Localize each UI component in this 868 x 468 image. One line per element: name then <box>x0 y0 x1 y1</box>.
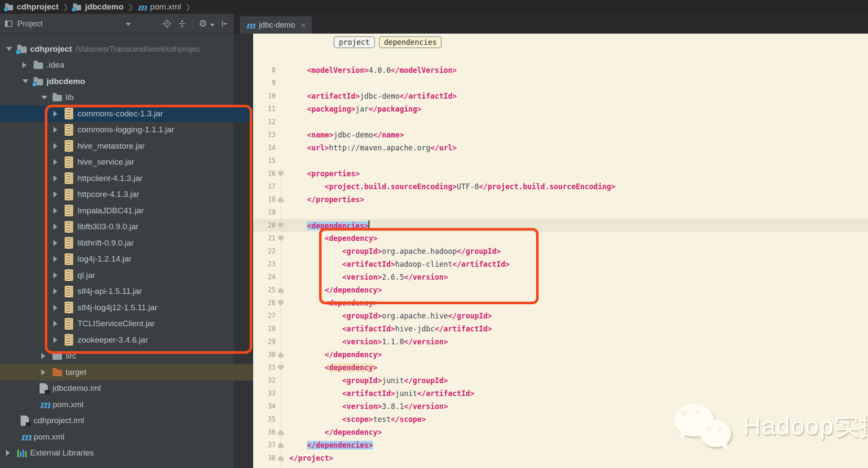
watermark-text: Hadoop实操 <box>743 410 868 443</box>
hide-panel-icon[interactable] <box>220 19 229 28</box>
tree-row[interactable]: jdbcdemo <box>0 73 253 90</box>
tree-row[interactable]: mpom.xml <box>0 429 253 445</box>
project-panel-header: Project ⚙ <box>0 14 234 34</box>
tree-item-label: cdhproject.iml <box>34 416 84 425</box>
code-text: <scope>test</scope> <box>286 415 426 424</box>
fold-marker[interactable] <box>276 236 286 241</box>
breadcrumb-item-jdbcdemo[interactable]: jdbcdemo <box>72 2 124 12</box>
breadcrumb-label: jdbcdemo <box>85 2 124 12</box>
tree-item-text: cdhproject/Volumes/Transcend/work/cdhpro… <box>30 44 234 54</box>
fold-marker[interactable] <box>276 287 286 293</box>
code-text: <url>http://maven.apache.org</url> <box>286 144 457 152</box>
line-number: 28 <box>253 325 276 333</box>
close-icon[interactable]: × <box>301 21 306 29</box>
project-tool-window-icon <box>4 19 13 28</box>
module-file-icon: _ <box>40 383 48 393</box>
xml-tag-chip-dependencies[interactable]: dependencies <box>379 36 442 48</box>
tree-row[interactable]: cdhproject/Volumes/Transcend/work/cdhpro… <box>0 41 253 57</box>
collapse-all-icon[interactable] <box>177 19 187 28</box>
chevron-down-icon[interactable] <box>126 23 131 26</box>
folder-icon <box>53 95 62 101</box>
chevron-down-icon <box>6 47 12 51</box>
chevron-down-icon[interactable] <box>210 24 214 26</box>
tree-expand-arrow[interactable] <box>4 47 17 51</box>
code-line[interactable]: 19 <box>253 206 868 219</box>
line-number: 20 <box>253 222 276 229</box>
code-line[interactable]: 11 <packaging>jar</packaging> <box>253 103 868 115</box>
line-number: 34 <box>253 402 276 410</box>
code-line[interactable]: 27 <groupId>org.apache.hive</groupId> <box>253 309 868 322</box>
tree-row[interactable]: _cdhproject.iml <box>0 413 253 429</box>
breadcrumb-item-cdhproject[interactable]: cdhproject <box>4 2 59 12</box>
fold-marker[interactable] <box>276 223 286 228</box>
code-line[interactable]: 28 <artifactId>hive-jdbc</artifactId> <box>253 322 868 335</box>
tree-item-text: pom.xml <box>53 400 234 409</box>
code-line[interactable]: 31 <dependency> <box>253 361 868 374</box>
fold-marker[interactable] <box>276 443 286 448</box>
tree-row[interactable]: _jdbcdemo.iml <box>0 381 253 397</box>
fold-marker[interactable] <box>276 197 286 203</box>
tree-item-label: target <box>65 368 87 377</box>
code-line[interactable]: 14 <url>http://maven.apache.org</url> <box>253 141 868 154</box>
chevron-down-icon <box>41 96 47 100</box>
code-text: <groupId>junit</groupId> <box>286 376 448 385</box>
tree-item-label: lib <box>65 93 74 102</box>
locate-icon[interactable] <box>162 19 172 28</box>
tree-row[interactable]: mpom.xml <box>0 396 253 413</box>
code-line[interactable]: 15 <box>253 154 868 167</box>
fold-close-icon <box>278 352 284 358</box>
tree-expand-arrow[interactable] <box>21 62 34 68</box>
tree-row[interactable]: target <box>0 364 253 381</box>
line-number: 30 <box>253 351 276 359</box>
chevron-separator-icon: ❯ <box>62 3 68 12</box>
code-line[interactable]: 8 <modelVersion>4.0.0</modelVersion> <box>253 64 868 77</box>
folder-icon <box>53 353 62 360</box>
code-line[interactable]: 30 </dependency> <box>253 348 868 361</box>
tree-item-label: jdbcdemo <box>46 77 85 86</box>
code-text: </dependencies> <box>286 441 373 449</box>
code-line[interactable]: 39 <box>253 465 868 468</box>
code-line[interactable]: 18 </properties> <box>253 193 868 206</box>
line-number: 16 <box>253 170 276 178</box>
fold-close-icon <box>278 456 284 461</box>
folder-icon <box>34 62 43 69</box>
tree-expand-arrow[interactable] <box>40 353 53 359</box>
tree-expand-arrow[interactable] <box>40 369 53 375</box>
tree-item-text: lib <box>65 93 234 102</box>
code-line[interactable]: 29 <version>1.1.0</version> <box>253 335 868 348</box>
tree-expand-arrow[interactable] <box>4 450 17 456</box>
fold-open-icon <box>278 236 284 241</box>
tree-item-icon <box>53 94 65 101</box>
code-line[interactable]: 10 <artifactId>jdbc-demo</artifactId> <box>253 90 868 103</box>
fold-marker[interactable] <box>276 352 286 358</box>
tree-row[interactable]: External Libraries <box>0 445 253 462</box>
line-number: 21 <box>253 234 276 242</box>
tree-expand-arrow[interactable] <box>21 79 34 83</box>
tree-item-icon <box>17 449 30 457</box>
xml-tag-chip-project[interactable]: project <box>334 36 375 48</box>
fold-marker[interactable] <box>276 300 286 306</box>
code-line[interactable]: 13 <name>jdbc-demo</name> <box>253 128 868 141</box>
tree-item-icon: m <box>40 399 53 410</box>
fold-marker[interactable] <box>276 430 286 435</box>
line-number: 32 <box>253 377 276 384</box>
code-line[interactable]: 32 <groupId>junit</groupId> <box>253 374 868 387</box>
fold-marker[interactable] <box>276 171 286 177</box>
code-line[interactable]: 17 <project.build.sourceEncoding>UTF-8</… <box>253 180 868 193</box>
code-line[interactable]: 9 <box>253 77 868 90</box>
tree-expand-arrow[interactable] <box>40 96 53 100</box>
code-line[interactable]: 16 <properties> <box>253 167 868 180</box>
tab-jdbc-demo[interactable]: m jdbc-demo × <box>240 16 312 34</box>
tree-row[interactable]: .idea <box>0 57 253 74</box>
breadcrumb-item-pom-xml[interactable]: mpom.xml <box>137 2 181 12</box>
folder-icon <box>34 79 43 85</box>
settings-gear-icon[interactable]: ⚙ <box>198 19 207 28</box>
code-line[interactable]: 38</project> <box>253 452 868 465</box>
code-line[interactable]: 33 <artifactId>junit</artifactId> <box>253 387 868 400</box>
fold-marker[interactable] <box>276 365 286 371</box>
line-number: 24 <box>253 273 276 281</box>
project-panel-title[interactable]: Project <box>17 19 43 28</box>
fold-marker[interactable] <box>276 456 286 461</box>
tree-row[interactable]: lib <box>0 90 253 106</box>
code-line[interactable]: 12 <box>253 115 868 128</box>
